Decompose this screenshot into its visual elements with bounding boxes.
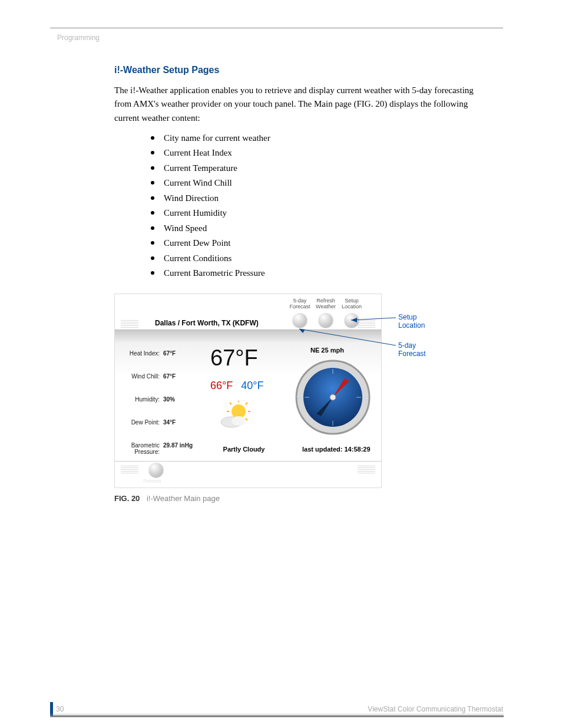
presets-button[interactable] [149, 463, 163, 477]
svg-line-5 [246, 403, 247, 404]
barometric-label: Barometric Pressure: [123, 442, 160, 455]
setup-button-label: Setup Location [339, 298, 365, 310]
svg-point-23 [330, 394, 336, 400]
callout-five-day: 5-day Forecast [398, 341, 444, 358]
stats-column: Heat Index:67°F Wind Chill:67°F Humidity… [123, 350, 193, 472]
svg-text:S: S [331, 426, 335, 433]
grip-icon [358, 319, 375, 328]
heading: i!-Weather Setup Pages [114, 65, 480, 75]
bullet-item: City name for current weather [151, 131, 480, 146]
high-temp: 66°F [210, 380, 233, 391]
bullet-item: Current Dew Point [151, 236, 480, 251]
title-bar: Dallas / Fort Worth, TX (KDFW) 5-day For… [115, 294, 381, 330]
bullet-item: Current Humidity [151, 206, 480, 221]
footer-rule [50, 714, 504, 717]
current-temperature: 67°F [210, 345, 258, 371]
forecast-button[interactable] [293, 313, 307, 327]
hi-lo-temps: 66°F40°F [210, 380, 263, 392]
current-condition: Partly Cloudy [211, 446, 276, 453]
bullet-item: Current Wind Chill [151, 176, 480, 191]
bullet-item: Current Conditions [151, 251, 480, 266]
page-number: 30 [56, 705, 64, 713]
weather-panel: Heat Index:67°F Wind Chill:67°F Humidity… [115, 330, 381, 462]
figure-wrapper: Dallas / Fort Worth, TX (KDFW) 5-day For… [114, 294, 444, 488]
callout-setup-location: Setup Location [398, 313, 444, 330]
svg-text:N: N [330, 362, 335, 369]
svg-text:W: W [297, 394, 303, 401]
low-temp: 40°F [241, 380, 263, 391]
bottom-bar: Presets [115, 462, 381, 487]
bullet-item: Wind Speed [151, 221, 480, 236]
footer-title: ViewStat Color Communicating Thermostat [368, 705, 503, 713]
svg-point-10 [232, 416, 246, 426]
content-block: i!-Weather Setup Pages The i!-Weather ap… [114, 65, 480, 281]
barometric-value: 29.87 inHg [163, 442, 193, 455]
figure-text: i!-Weather Main page [147, 494, 220, 503]
wind-chill-value: 67°F [163, 373, 176, 380]
bullet-item: Current Heat Index [151, 146, 480, 161]
header-rule [50, 28, 503, 28]
last-updated: last updated: 14:58:29 [302, 446, 371, 453]
compass-icon: N S W E [292, 356, 374, 439]
wind-text: NE 25 mph [310, 347, 344, 354]
svg-line-7 [246, 419, 247, 420]
grip-icon [358, 465, 375, 473]
bullet-list: City name for current weather Current He… [151, 131, 480, 281]
intro-paragraph: The i!-Weather application enables you t… [114, 84, 480, 125]
grip-icon [121, 319, 138, 328]
heat-index-value: 67°F [163, 350, 176, 357]
refresh-button[interactable] [319, 313, 333, 327]
presets-label: Presets [143, 478, 161, 484]
grip-icon [121, 465, 138, 473]
setup-location-button[interactable] [345, 313, 359, 327]
wind-chill-label: Wind Chill: [123, 373, 160, 380]
figure-number: FIG. 20 [114, 494, 140, 503]
weather-condition-icon [219, 401, 255, 430]
forecast-button-label: 5-day Forecast [287, 298, 313, 310]
heat-index-label: Heat Index: [123, 350, 160, 357]
humidity-value: 30% [163, 396, 175, 403]
refresh-button-label: Refresh Weather [313, 298, 339, 310]
dew-point-label: Dew Point: [123, 419, 160, 426]
city-name: Dallas / Fort Worth, TX (KDFW) [155, 319, 259, 327]
svg-text:E: E [363, 394, 368, 401]
svg-line-8 [230, 403, 232, 404]
bullet-item: Current Temperature [151, 161, 480, 176]
bullet-item: Current Barometric Pressure [151, 266, 480, 281]
weather-screenshot: Dallas / Fort Worth, TX (KDFW) 5-day For… [114, 294, 382, 488]
humidity-label: Humidity: [123, 396, 160, 403]
dew-point-value: 34°F [163, 419, 176, 426]
section-label: Programming [57, 34, 100, 42]
figure-caption: FIG. 20 i!-Weather Main page [114, 494, 220, 503]
bullet-item: Wind Direction [151, 191, 480, 206]
